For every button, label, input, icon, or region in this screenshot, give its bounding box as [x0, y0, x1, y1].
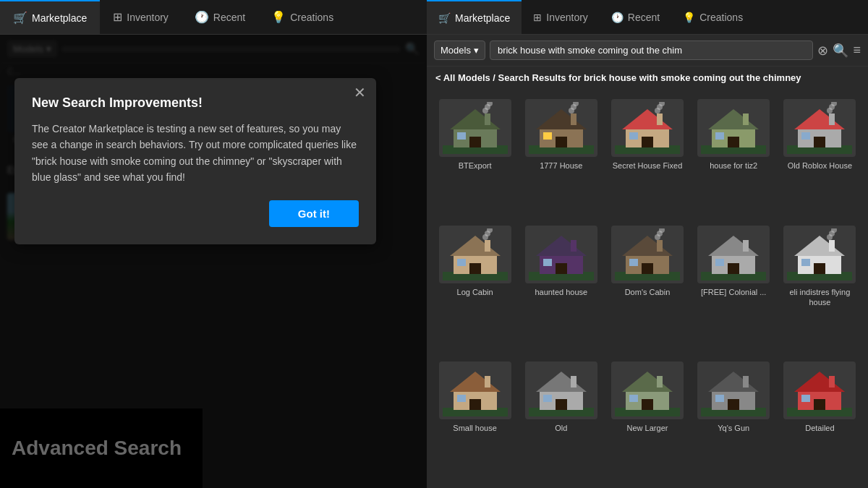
result-thumb [783, 361, 856, 419]
result-thumb [439, 226, 511, 283]
right-tab-marketplace[interactable]: 🛒 Marketplace [427, 0, 522, 34]
svg-rect-75 [814, 263, 825, 274]
result-thumb [697, 99, 770, 157]
svg-rect-97 [629, 395, 638, 402]
svg-rect-103 [715, 395, 724, 402]
result-card[interactable]: house for tiz2 [692, 95, 776, 220]
svg-rect-56 [571, 240, 576, 252]
modal-footer: Got it! [32, 200, 359, 227]
result-thumb [525, 99, 597, 157]
result-card[interactable]: Small house [433, 357, 517, 482]
result-thumb [611, 226, 684, 283]
svg-rect-96 [642, 399, 653, 410]
svg-rect-98 [657, 376, 663, 388]
right-tab-recent[interactable]: 🕐 Recent [600, 0, 671, 34]
result-label: house for tiz2 [710, 160, 757, 171]
left-tab-recent[interactable]: 🕐 Recent [182, 0, 258, 34]
result-card[interactable]: Yq's Gun [692, 357, 776, 482]
svg-rect-13 [543, 132, 552, 140]
svg-rect-45 [469, 263, 481, 274]
svg-rect-92 [571, 376, 576, 388]
svg-rect-61 [629, 259, 638, 266]
left-tab-marketplace[interactable]: 🛒 Marketplace [0, 0, 100, 34]
result-label: Old [555, 423, 567, 433]
result-label: New Larger [627, 423, 668, 433]
result-card[interactable]: [FREE] Colonial ... [692, 221, 776, 356]
models-dropdown-right[interactable]: Models ▾ [434, 40, 485, 60]
svg-rect-71 [743, 240, 749, 252]
result-label: [FREE] Colonial ... [701, 287, 766, 297]
left-tab-creations[interactable]: 💡 Creations [258, 0, 346, 34]
result-label: Dom's Cabin [625, 287, 671, 297]
marketplace-icon: 🛒 [13, 11, 27, 25]
svg-marker-11 [536, 109, 587, 129]
left-tab-bar: 🛒 Marketplace ⊞ Inventory 🕐 Recent 💡 Cre… [0, 0, 427, 35]
svg-marker-2 [450, 109, 501, 129]
result-label: Log Cabin [457, 287, 493, 297]
right-search-input[interactable] [490, 40, 814, 60]
svg-rect-32 [743, 114, 749, 125]
right-tab-inventory[interactable]: ⊞ Inventory [522, 0, 600, 34]
result-card[interactable]: Detailed [778, 357, 862, 482]
left-panel: 🛒 Marketplace ⊞ Inventory 🕐 Recent 💡 Cre… [0, 0, 427, 488]
result-label: Secret House Fixed [613, 160, 683, 171]
svg-rect-86 [485, 376, 490, 388]
svg-rect-109 [801, 395, 810, 402]
svg-rect-85 [457, 395, 466, 402]
right-tab-creations[interactable]: 💡 Creations [671, 0, 754, 34]
results-grid: BTExport1777 HouseSecret House Fixedhous… [427, 89, 868, 488]
result-card[interactable]: Secret House Fixed [605, 95, 689, 220]
svg-rect-55 [543, 259, 552, 266]
svg-rect-23 [657, 114, 663, 125]
right-marketplace-icon: 🛒 [438, 12, 451, 24]
svg-rect-69 [728, 263, 739, 274]
result-thumb [439, 361, 511, 419]
result-thumb [611, 99, 684, 157]
result-card[interactable]: Old Roblox House [778, 95, 862, 220]
svg-marker-20 [622, 109, 673, 129]
result-thumb [783, 226, 856, 283]
svg-rect-46 [457, 259, 466, 266]
svg-marker-101 [708, 372, 759, 392]
svg-marker-95 [622, 372, 673, 392]
svg-marker-35 [794, 109, 845, 129]
result-card[interactable]: Old [519, 357, 603, 482]
result-card[interactable]: BTExport [433, 95, 517, 220]
result-card[interactable]: eli indistres flying house [778, 221, 862, 356]
svg-rect-54 [556, 263, 567, 274]
clear-search-button[interactable]: ⊗ [817, 43, 828, 59]
svg-rect-22 [629, 132, 638, 140]
svg-rect-5 [485, 114, 490, 125]
result-label: eli indistres flying house [782, 287, 858, 308]
svg-rect-12 [556, 137, 567, 147]
result-card[interactable]: haunted house [519, 221, 603, 356]
svg-marker-89 [536, 372, 587, 392]
modal-close-button[interactable]: ✕ [354, 85, 366, 100]
result-card[interactable]: Dom's Cabin [605, 221, 689, 356]
svg-marker-107 [794, 372, 845, 392]
svg-rect-37 [801, 132, 810, 140]
result-card[interactable]: Log Cabin [433, 221, 517, 356]
modal-title: New Search Improvements! [32, 95, 359, 111]
search-submit-button[interactable]: 🔍 [833, 43, 848, 59]
result-label: Detailed [805, 423, 834, 433]
svg-marker-68 [708, 236, 759, 256]
left-tab-inventory[interactable]: ⊞ Inventory [100, 0, 182, 34]
result-card[interactable]: New Larger [605, 357, 689, 482]
left-content-area: Models ▾ 🔍 C... 🚪 Roblox Doors - JEFF SH… [0, 35, 427, 488]
svg-marker-29 [708, 109, 759, 129]
svg-rect-77 [829, 240, 835, 252]
filter-button[interactable]: ≡ [853, 43, 861, 58]
got-it-button[interactable]: Got it! [269, 200, 359, 227]
svg-rect-14 [571, 114, 576, 125]
svg-marker-83 [450, 372, 501, 392]
result-card[interactable]: 1777 House [519, 95, 603, 220]
svg-rect-91 [543, 395, 552, 402]
result-thumb [783, 99, 856, 157]
svg-rect-102 [728, 399, 739, 410]
svg-rect-110 [829, 376, 835, 388]
right-tab-bar: 🛒 Marketplace ⊞ Inventory 🕐 Recent 💡 Cre… [427, 0, 868, 35]
svg-rect-90 [556, 399, 567, 410]
chevron-down-icon: ▾ [474, 45, 479, 56]
result-thumb [697, 361, 770, 419]
